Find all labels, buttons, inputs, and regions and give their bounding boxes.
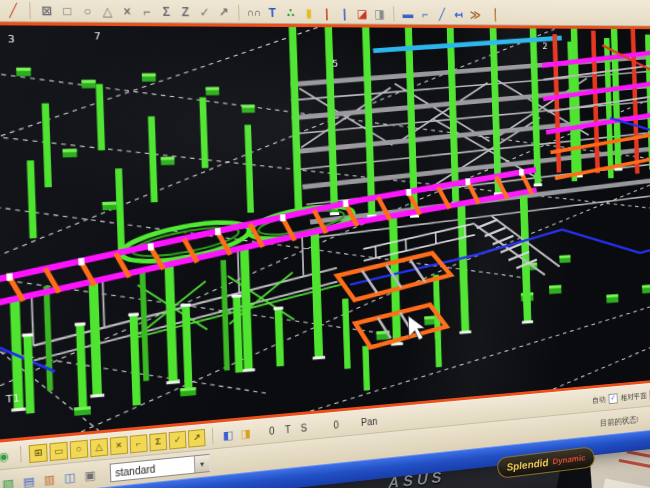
snap-rect-icon[interactable]: □ <box>57 1 77 19</box>
snap-check-icon[interactable]: ✓ <box>195 3 214 20</box>
snap-intersect-icon[interactable]: × <box>110 436 128 455</box>
grid-label: 2 <box>542 41 548 50</box>
snap-corner-icon[interactable]: ⌐ <box>137 2 156 20</box>
selection-filter-value: standard <box>111 459 194 479</box>
chevron-down-icon[interactable]: ▾ <box>194 455 210 473</box>
toolbar-separator <box>29 2 31 19</box>
note-icon[interactable]: ▮ <box>300 4 318 21</box>
model-viewport[interactable]: 3752T1 <box>0 25 650 442</box>
right-color-frame <box>541 29 650 183</box>
globe-icon[interactable]: ◉ <box>0 447 13 465</box>
select-single-icon[interactable]: ▣ <box>81 466 98 483</box>
snap-line-icon[interactable]: ↗ <box>188 428 206 447</box>
ortho-icon[interactable]: ↤ <box>450 6 466 22</box>
snap-free-icon[interactable]: ✓ <box>169 430 187 449</box>
auto-label: 自动 <box>592 394 605 405</box>
model-canvas[interactable]: 3752T1 <box>0 25 650 442</box>
monitor-screen: ◠ ◡ ╱ ⊠ □ ○ △ × ⌐ Σ Z ✓ ↗ ∩∩ T ∴ ▮ | | ◪… <box>0 0 650 488</box>
box-print-line <box>619 459 650 470</box>
beam-icon[interactable]: ▬ <box>399 5 416 22</box>
snap-any-icon[interactable]: Σ <box>149 432 167 451</box>
shade-icon[interactable]: ◨ <box>238 425 254 442</box>
red-line-icon[interactable]: ╱ <box>3 1 23 19</box>
sticker-text-secondary: Dynamic <box>552 453 586 466</box>
blue-pen-icon[interactable]: | <box>336 5 353 22</box>
relative-plane-checkbox[interactable]: ✓ <box>608 393 617 404</box>
grid-label: 7 <box>94 31 101 42</box>
red-pen-icon[interactable]: | <box>318 4 335 21</box>
box-paper-slip <box>601 479 650 488</box>
red-swatch-icon[interactable]: ◪ <box>354 5 371 22</box>
curved-beam-icon[interactable]: ╱ <box>434 6 450 22</box>
toolbar-separator <box>238 5 240 21</box>
toolbar-separator <box>393 6 394 22</box>
status-mode: Pan <box>361 415 378 427</box>
column-icon[interactable]: ▕ <box>484 6 500 22</box>
render-icon[interactable]: ◧ <box>220 426 236 443</box>
snap-sum-icon[interactable]: Σ <box>157 3 176 21</box>
snap-grid-icon[interactable]: ⊞ <box>29 443 48 463</box>
select-assembly-icon[interactable]: ▥ <box>41 470 59 488</box>
toolbar-separator <box>212 428 214 444</box>
snap-mid-icon[interactable]: △ <box>90 437 109 456</box>
snap-box-icon[interactable]: ⊠ <box>37 1 57 19</box>
plane-settings: 自动 ✓ 相对平面 ✓ 工作平面 <box>592 386 650 405</box>
snap-cross-icon[interactable]: × <box>117 2 136 20</box>
grid-label: 3 <box>8 34 15 45</box>
status-count: 0 <box>333 419 339 430</box>
select-part-icon[interactable]: ◫ <box>61 468 79 485</box>
twin-beam-icon[interactable]: ≫ <box>467 6 483 22</box>
snap-arrow-icon[interactable]: ↗ <box>214 3 232 20</box>
polybeam-icon[interactable]: ⌐ <box>417 6 434 22</box>
snap-center-icon[interactable]: ○ <box>70 439 89 458</box>
relative-plane-label: 相对平面 <box>621 390 647 402</box>
box-print-line <box>626 450 650 459</box>
snap-circle-icon[interactable]: ○ <box>77 2 97 20</box>
photo-of-monitor: ◠ ◡ ╱ ⊠ □ ○ △ × ⌐ Σ Z ✓ ↗ ∩∩ T ∴ ▮ | | ◪… <box>0 0 650 488</box>
snap-z-icon[interactable]: Z <box>176 3 195 21</box>
snap-triangle-icon[interactable]: △ <box>98 2 117 20</box>
toolbar-separator <box>20 446 22 463</box>
select-component-icon[interactable]: ▧ <box>0 475 17 488</box>
phase-icon[interactable]: T <box>263 4 281 21</box>
select-object-icon[interactable]: ▤ <box>20 472 38 488</box>
grid-label: 5 <box>332 58 338 68</box>
snap-endpoint-icon[interactable]: ▭ <box>49 441 68 461</box>
status-flags: 0 T S <box>269 421 311 436</box>
status-message: 目前的状态! <box>600 414 639 430</box>
points-icon[interactable]: ∴ <box>282 4 300 21</box>
gray-swatch-icon[interactable]: ◨ <box>371 5 388 22</box>
snap-perp-icon[interactable]: ⌐ <box>130 434 148 453</box>
grid-label: T1 <box>5 393 20 405</box>
binoculars-icon[interactable]: ∩∩ <box>245 4 263 21</box>
sticker-text: Splendid <box>506 457 549 473</box>
